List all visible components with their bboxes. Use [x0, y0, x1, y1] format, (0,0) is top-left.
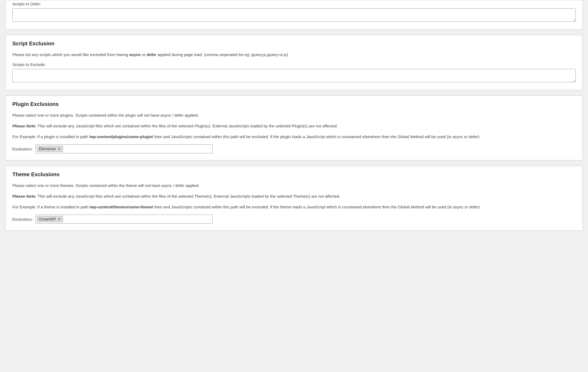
tag-item[interactable]: OceanWP ✕ [37, 216, 63, 222]
theme-exclusions-description: Please select one or more themes. Script… [12, 182, 576, 189]
note-text: This will exclude any JavaScript files w… [36, 124, 338, 128]
plugin-exclusions-label: Exclusions: [12, 147, 33, 151]
plugin-exclusions-example: For Example: If a plugin is installed in… [12, 134, 576, 140]
scripts-exclude-label: Scripts to Exclude: [12, 62, 576, 67]
desc-text: or [141, 52, 147, 57]
theme-exclusions-heading: Theme Exclusions [12, 171, 576, 178]
scripts-defer-label: Scripts to Defer: [12, 2, 576, 6]
plugin-exclusions-description: Please select one or more plugins. Scrip… [12, 112, 576, 119]
tag-item[interactable]: Elementor ✕ [37, 146, 63, 152]
plugin-exclusions-row: Exclusions: Elementor ✕ [12, 144, 576, 153]
example-path: /wp-content/themes/some-theme/ [90, 205, 154, 209]
scripts-defer-textarea[interactable] [12, 8, 576, 22]
desc-text: applied during page load. (comma seperat… [156, 52, 288, 57]
note-text: This will exclude any JavaScript files w… [36, 194, 340, 198]
scripts-exclude-textarea[interactable] [12, 69, 576, 82]
theme-exclusions-label: Exclusions: [12, 217, 33, 222]
plugin-exclusions-note: Please Note: This will exclude any JavaS… [12, 123, 576, 129]
theme-exclusions-input[interactable]: OceanWP ✕ [35, 215, 213, 224]
theme-exclusions-note: Please Note: This will exclude any JavaS… [12, 193, 576, 200]
close-icon[interactable]: ✕ [58, 217, 61, 221]
script-exclusion-description: Please list any scripts which you would … [12, 51, 576, 58]
scripts-defer-panel: Scripts to Defer: [5, 0, 583, 30]
example-path: /wp-content/plugins/some-plugin/ [89, 134, 153, 139]
close-icon[interactable]: ✕ [58, 147, 61, 151]
note-label: Please Note: [12, 194, 36, 198]
plugin-exclusions-heading: Plugin Exclusions [12, 101, 576, 107]
theme-exclusions-panel: Theme Exclusions Please select one or mo… [5, 166, 583, 231]
example-text: For Example: If a theme is installed in … [12, 205, 90, 209]
script-exclusion-panel: Script Exclusion Please list any scripts… [5, 35, 583, 90]
theme-exclusions-row: Exclusions: OceanWP ✕ [12, 215, 576, 224]
desc-bold-defer: defer [147, 52, 156, 57]
theme-exclusions-example: For Example: If a theme is installed in … [12, 204, 576, 210]
plugin-exclusions-panel: Plugin Exclusions Please select one or m… [5, 95, 583, 160]
example-text: then and JavaScripts contained within th… [153, 134, 479, 139]
script-exclusion-heading: Script Exclusion [12, 40, 576, 47]
tag-label: OceanWP [39, 217, 56, 221]
desc-bold-async: async [129, 52, 141, 57]
desc-text: Please list any scripts which you would … [12, 52, 129, 57]
tag-label: Elementor [39, 147, 56, 151]
example-text: For Example: If a plugin is installed in… [12, 134, 89, 139]
example-text: then and JavaScripts contained within th… [153, 205, 480, 209]
note-label: Please Note: [12, 124, 36, 128]
plugin-exclusions-input[interactable]: Elementor ✕ [35, 144, 213, 153]
